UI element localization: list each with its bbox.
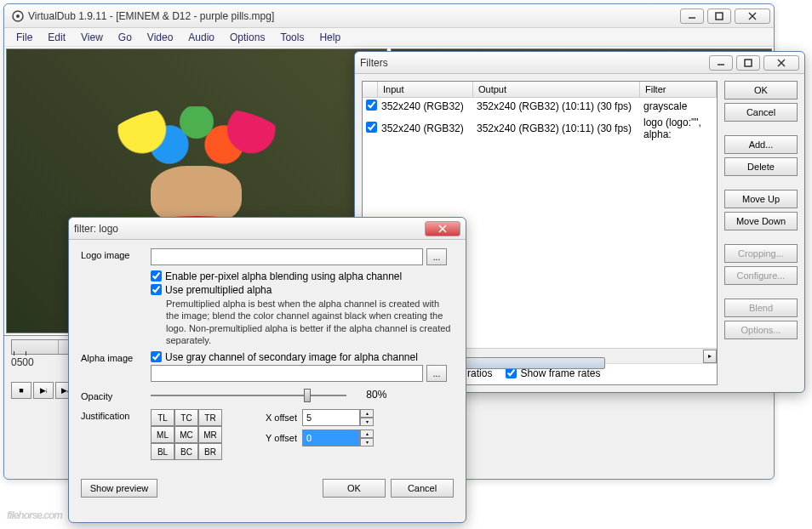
- main-title: VirtualDub 1.9.11 - [EMINEM & D12 - purp…: [28, 10, 680, 22]
- browse-alpha-button[interactable]: ...: [426, 365, 447, 382]
- x-offset-label: X offset: [256, 412, 297, 423]
- logo-title: filter: logo: [74, 223, 425, 235]
- just-bl[interactable]: BL: [151, 443, 174, 460]
- cropping-button[interactable]: Cropping...: [724, 244, 798, 263]
- menu-options[interactable]: Options: [223, 30, 272, 45]
- filter-list-header: Input Output Filter: [363, 82, 717, 98]
- premult-help-text: Premultiplied alpha is best when the alp…: [166, 298, 454, 346]
- y-offset-spinner[interactable]: ▴▾: [302, 429, 374, 447]
- show-preview-button[interactable]: Show preview: [81, 479, 157, 498]
- delete-button[interactable]: Delete: [724, 157, 798, 176]
- menu-file[interactable]: File: [9, 30, 39, 45]
- filter-buttons: OK Cancel Add... Delete Move Up Move Dow…: [724, 81, 798, 385]
- logo-titlebar[interactable]: filter: logo: [69, 218, 466, 240]
- options-button[interactable]: Options...: [724, 321, 798, 339]
- logo-filter-dialog: filter: logo Logo image ... Enable per-p…: [68, 217, 466, 523]
- main-titlebar[interactable]: VirtualDub 1.9.11 - [EMINEM & D12 - purp…: [4, 4, 774, 28]
- x-offset-down[interactable]: ▾: [360, 418, 374, 426]
- blend-button[interactable]: Blend: [724, 299, 798, 317]
- stop-button[interactable]: ■: [11, 382, 31, 399]
- use-gray-checkbox[interactable]: Use gray channel of secondary image for …: [151, 351, 454, 363]
- filters-titlebar[interactable]: Filters: [355, 52, 804, 74]
- maximize-button[interactable]: [707, 9, 731, 24]
- svg-rect-3: [716, 13, 723, 20]
- svg-rect-7: [745, 60, 752, 66]
- close-button[interactable]: [735, 9, 770, 24]
- cancel-button[interactable]: Cancel: [724, 103, 798, 122]
- col-output[interactable]: Output: [473, 82, 640, 97]
- minimize-button[interactable]: [680, 9, 704, 24]
- menu-help[interactable]: Help: [312, 30, 347, 45]
- x-offset-up[interactable]: ▴: [360, 409, 374, 418]
- menu-edit[interactable]: Edit: [41, 30, 72, 45]
- opacity-slider[interactable]: [151, 387, 346, 404]
- scroll-right-button[interactable]: ▸: [703, 350, 717, 363]
- enable-per-pixel-checkbox[interactable]: Enable per-pixel alpha blending using al…: [151, 270, 454, 282]
- filter-row[interactable]: 352x240 (RGB32) 352x240 (RGB32) (10:11) …: [363, 98, 717, 115]
- menu-video[interactable]: Video: [140, 30, 180, 45]
- slider-thumb[interactable]: [304, 389, 311, 402]
- move-down-button[interactable]: Move Down: [724, 212, 798, 230]
- logo-close-button[interactable]: [425, 221, 460, 236]
- just-tc[interactable]: TC: [174, 409, 198, 426]
- x-offset-field[interactable]: [302, 409, 360, 426]
- col-filter[interactable]: Filter: [640, 82, 717, 97]
- filter-enable-checkbox[interactable]: [366, 100, 377, 111]
- browse-logo-button[interactable]: ...: [426, 248, 447, 265]
- play-input-button[interactable]: ▶ᵢ: [33, 382, 54, 399]
- logo-image-label: Logo image: [81, 248, 144, 260]
- watermark: filehorse.com: [7, 502, 62, 524]
- opacity-value: 80%: [366, 389, 386, 401]
- menu-tools[interactable]: Tools: [273, 30, 311, 45]
- menu-go[interactable]: Go: [112, 30, 139, 45]
- opacity-label: Opacity: [81, 390, 144, 401]
- y-offset-field[interactable]: [302, 429, 360, 447]
- justification-label: Justification: [81, 409, 144, 421]
- move-up-button[interactable]: Move Up: [724, 190, 798, 208]
- col-input[interactable]: Input: [378, 82, 473, 97]
- y-offset-label: Y offset: [256, 433, 297, 443]
- configure-button[interactable]: Configure...: [724, 266, 798, 285]
- app-icon: [11, 9, 25, 23]
- y-offset-up[interactable]: ▴: [360, 429, 374, 438]
- filters-close-button[interactable]: [763, 55, 799, 71]
- just-ml[interactable]: ML: [151, 426, 174, 443]
- filters-title: Filters: [360, 57, 709, 69]
- just-bc[interactable]: BC: [174, 443, 198, 460]
- use-premultiplied-checkbox[interactable]: Use premultiplied alpha: [151, 284, 454, 296]
- justification-grid: TL TC TR ML MC MR BL BC BR: [151, 409, 222, 460]
- logo-cancel-button[interactable]: Cancel: [391, 479, 454, 498]
- just-br[interactable]: BR: [198, 443, 222, 460]
- filter-row[interactable]: 352x240 (RGB32) 352x240 (RGB32) (10:11) …: [363, 115, 717, 142]
- menu-audio[interactable]: Audio: [181, 30, 221, 45]
- filters-maximize-button[interactable]: [736, 55, 760, 71]
- menubar: File Edit View Go Video Audio Options To…: [4, 28, 774, 47]
- filters-minimize-button[interactable]: [709, 55, 733, 71]
- menu-view[interactable]: View: [74, 30, 110, 45]
- logo-ok-button[interactable]: OK: [323, 479, 386, 498]
- alpha-image-label: Alpha image: [81, 351, 144, 363]
- just-mr[interactable]: MR: [198, 426, 222, 443]
- svg-point-1: [16, 14, 20, 18]
- ok-button[interactable]: OK: [724, 81, 798, 100]
- show-frame-rates-checkbox[interactable]: Show frame rates: [506, 367, 600, 379]
- logo-image-field[interactable]: [151, 248, 423, 265]
- x-offset-spinner[interactable]: ▴▾: [302, 409, 374, 426]
- alpha-image-field[interactable]: [151, 365, 423, 382]
- filter-enable-checkbox[interactable]: [366, 122, 377, 133]
- y-offset-down[interactable]: ▾: [360, 438, 374, 447]
- just-tr[interactable]: TR: [198, 409, 222, 426]
- just-mc[interactable]: MC: [174, 426, 198, 443]
- just-tl[interactable]: TL: [151, 409, 174, 426]
- add-button[interactable]: Add...: [724, 135, 798, 154]
